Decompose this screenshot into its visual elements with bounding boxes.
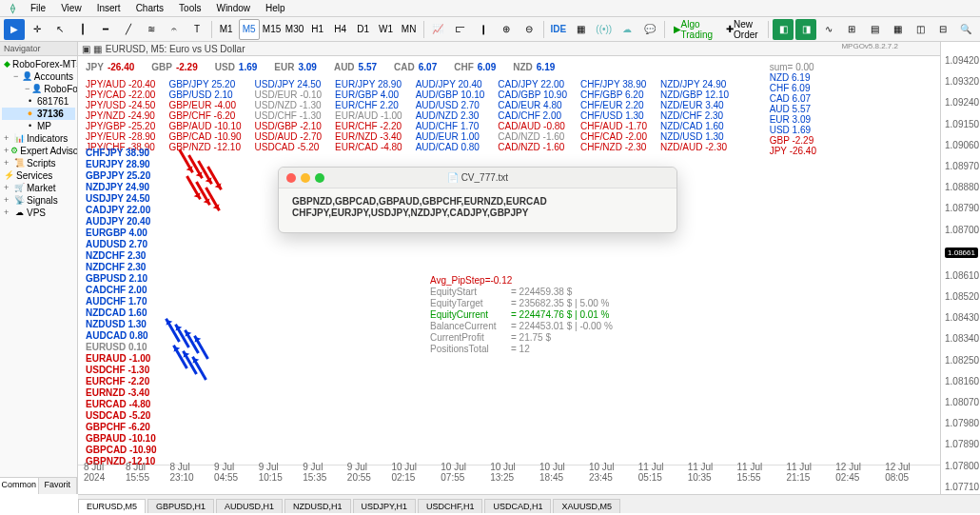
- tf-d1[interactable]: D1: [353, 19, 374, 40]
- vline-icon[interactable]: ┃: [72, 19, 93, 40]
- table-icon[interactable]: ▦: [887, 19, 908, 40]
- menu-file[interactable]: File: [23, 1, 53, 15]
- pair-line: GBP/AUD -10.10: [168, 121, 241, 131]
- menu-insert[interactable]: Insert: [89, 1, 128, 15]
- rank-item: NZDJPY 24.90: [86, 182, 156, 193]
- rank-item: GBPUSD 2.10: [86, 273, 156, 285]
- pair-line: CAD/NZD -1.60: [498, 142, 567, 152]
- crosshair-icon[interactable]: ✛: [27, 19, 48, 40]
- nav-scripts[interactable]: +📜Scripts: [2, 157, 75, 169]
- text-icon[interactable]: T: [186, 19, 207, 40]
- chart-bar-icon[interactable]: ⫍: [450, 19, 471, 40]
- chart2-icon[interactable]: ∿: [818, 19, 839, 40]
- rank-item: GBPCAD -10.90: [86, 445, 156, 456]
- expand-icon[interactable]: +: [4, 157, 12, 169]
- pair-line: USD/NZD -1.30: [255, 100, 323, 110]
- nav-tab-common[interactable]: Common: [0, 478, 39, 494]
- zoom-out-icon[interactable]: ⊖: [519, 19, 539, 40]
- tf-h4[interactable]: H4: [330, 19, 351, 40]
- tf-m1[interactable]: M1: [216, 19, 237, 40]
- nav-account-id3[interactable]: •MP: [2, 120, 75, 132]
- tf-m30[interactable]: M30: [284, 19, 305, 40]
- new-order-button[interactable]: ✚ New Order: [719, 19, 764, 40]
- nav-account-id1[interactable]: •681761: [2, 95, 75, 108]
- panel-left-icon[interactable]: ◧: [773, 19, 794, 40]
- minimize-icon[interactable]: [301, 173, 310, 183]
- chart-canvas[interactable]: JPY-26.40GBP-2.29USD1.69EUR3.09AUD5.57CA…: [78, 56, 940, 478]
- nav-market[interactable]: +🛒Market: [2, 182, 75, 194]
- chart-tab[interactable]: USDCAD,H1: [484, 499, 551, 513]
- tf-w1[interactable]: W1: [376, 19, 397, 40]
- search-icon[interactable]: 🔍: [955, 19, 976, 40]
- maximize-icon[interactable]: [315, 173, 324, 183]
- ide-button[interactable]: IDE: [548, 19, 569, 40]
- nav-services[interactable]: ⚡Services: [2, 169, 75, 182]
- nav-account-id2[interactable]: ●37136: [2, 108, 75, 120]
- nav-tab-favorites[interactable]: Favorit: [39, 478, 78, 494]
- nav-signals[interactable]: +📡Signals: [2, 194, 75, 207]
- chart-tab[interactable]: USDJPY,H1: [353, 499, 416, 513]
- grid-icon[interactable]: ⊞: [841, 19, 862, 40]
- chart-tab[interactable]: GBPUSD,H1: [147, 499, 214, 513]
- time-tick: 12 Jul 08:05: [885, 462, 934, 483]
- nav-expert-advisor[interactable]: +⚙Expert Advisor: [2, 145, 75, 157]
- nav-root[interactable]: ◆RoboForex-MT5: [2, 58, 75, 70]
- nav-accounts[interactable]: −👤Accounts: [2, 70, 75, 83]
- chart-tab[interactable]: USDCHF,H1: [418, 499, 483, 513]
- close-icon[interactable]: [286, 173, 296, 183]
- chart-line-icon[interactable]: 📈: [427, 19, 448, 40]
- nav-account-broker[interactable]: −👤RoboFore24.90: [2, 83, 75, 95]
- trendline-icon[interactable]: ╱: [118, 19, 139, 40]
- expand-icon[interactable]: +: [4, 194, 12, 207]
- expand-icon[interactable]: +: [4, 182, 12, 194]
- menu-help[interactable]: Help: [258, 1, 293, 15]
- chart-tab[interactable]: NZDUSD,H1: [284, 499, 351, 513]
- expand-icon[interactable]: +: [4, 207, 12, 219]
- currency-value: 5.57: [359, 62, 377, 72]
- chat-icon[interactable]: 💬: [639, 19, 660, 40]
- layers-icon[interactable]: ▦: [571, 19, 592, 40]
- collapse-icon[interactable]: −: [25, 83, 29, 95]
- subaccount-icon: •: [25, 121, 35, 131]
- fib-icon[interactable]: 𝄐: [164, 19, 185, 40]
- rank-item: AUDUSD 2.70: [86, 239, 156, 250]
- split-icon[interactable]: ◫: [910, 19, 931, 40]
- cloud-icon[interactable]: ☁: [617, 19, 637, 40]
- menu-tools[interactable]: Tools: [171, 1, 208, 15]
- list-icon[interactable]: ▤: [864, 19, 885, 40]
- cursor-icon[interactable]: ↖: [49, 19, 70, 40]
- chart-tab[interactable]: XAUUSD,M5: [553, 499, 620, 513]
- popup-body[interactable]: GBPNZD,GBPCAD,GBPAUD,GBPCHF,EURNZD,EURCA…: [279, 188, 676, 232]
- time-tick: 10 Jul 02:15: [391, 462, 441, 483]
- chart-tab[interactable]: EURUSD,M5: [78, 499, 146, 513]
- tf-m15[interactable]: M15: [262, 19, 283, 40]
- collapse-icon[interactable]: −: [13, 70, 20, 83]
- hline-icon[interactable]: ━: [95, 19, 116, 40]
- chart-tab[interactable]: AUDUSD,H1: [216, 499, 283, 513]
- chart-title: EURUSD, M5: Euro vs US Dollar: [106, 44, 245, 54]
- tf-m5[interactable]: M5: [239, 19, 260, 40]
- play-icon[interactable]: ▶: [4, 19, 25, 40]
- channel-icon[interactable]: ≋: [141, 19, 162, 40]
- expand-icon[interactable]: +: [4, 132, 12, 145]
- nav-indicators[interactable]: +📊Indicators: [2, 132, 75, 145]
- chart-candle-icon[interactable]: ❙: [473, 19, 494, 40]
- popup-titlebar[interactable]: 📄 CV_777.txt: [279, 168, 676, 188]
- menu-view[interactable]: View: [53, 1, 89, 15]
- tf-mn[interactable]: MN: [399, 19, 420, 40]
- zoom-in-icon[interactable]: ⊕: [496, 19, 517, 40]
- indicator-version-label: MPGOv5.8.2.7.2: [841, 42, 898, 50]
- panel-right-icon[interactable]: ◨: [795, 19, 816, 40]
- tile-icon[interactable]: ⊟: [932, 19, 953, 40]
- tf-h1[interactable]: H1: [307, 19, 328, 40]
- expand-icon[interactable]: +: [4, 145, 9, 157]
- signal-icon[interactable]: ((•)): [594, 19, 615, 40]
- menu-window[interactable]: Window: [208, 1, 258, 15]
- chart-window-icons[interactable]: ▣ ▦: [82, 44, 102, 54]
- scripts-icon: 📜: [14, 158, 25, 168]
- nav-vps[interactable]: +☁VPS: [2, 207, 75, 219]
- rank-item: NZDUSD 1.30: [86, 319, 156, 330]
- text-file-popup[interactable]: 📄 CV_777.txt GBPNZD,GBPCAD,GBPAUD,GBPCHF…: [278, 167, 677, 233]
- algo-trading-button[interactable]: ▶ Algo Trading: [668, 19, 717, 40]
- menu-charts[interactable]: Charts: [128, 1, 171, 15]
